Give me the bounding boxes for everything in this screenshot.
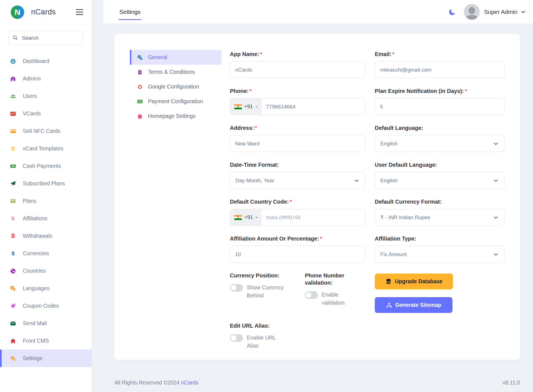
cash-payments-icon — [10, 163, 16, 169]
country-code-input[interactable] — [262, 209, 365, 226]
homepage-icon — [137, 113, 143, 119]
user-default-language-select[interactable]: English — [375, 172, 504, 189]
google-icon: G — [137, 84, 143, 90]
india-flag-icon — [234, 215, 242, 220]
email-input[interactable] — [375, 61, 504, 78]
admins-icon — [10, 76, 16, 82]
sidebar-item-vcards[interactable]: VCards — [0, 105, 92, 122]
phone-validation-toggle[interactable] — [305, 291, 318, 299]
app-name-field: App Name:* — [230, 50, 365, 78]
chevron-down-icon — [354, 178, 360, 184]
user-name[interactable]: Super Admin — [484, 9, 517, 15]
plan-expire-field: Plan Expire Notification (in Days):* — [375, 87, 504, 115]
phone-country-selector[interactable]: +91 — [230, 98, 262, 115]
chevron-down-icon[interactable] — [520, 9, 526, 15]
search-input[interactable] — [8, 31, 83, 45]
settings-card: General Terms & Conditions G Google Conf… — [114, 34, 520, 360]
menu-toggle-icon[interactable] — [76, 9, 83, 15]
default-currency-format-field: Default Currency Format: ₹ - INR Indian … — [375, 198, 504, 226]
settings-nav-payment[interactable]: 1 Payment Configuration — [130, 94, 222, 109]
sitemap-icon — [386, 302, 392, 308]
subscribed-plans-icon — [10, 181, 16, 187]
chevron-down-icon — [493, 141, 499, 147]
sidebar-item-plans[interactable]: Plans — [0, 192, 92, 210]
sidebar-item-withdrawals[interactable]: Withdrawals — [0, 227, 92, 245]
moon-icon[interactable] — [448, 8, 457, 16]
currency-position-group: Currency Position: Show Currency Behind — [230, 272, 290, 313]
vcards-icon — [10, 111, 16, 117]
tab-settings[interactable]: Settings — [119, 9, 140, 15]
sidebar-item-settings[interactable]: Settings — [0, 350, 92, 367]
affiliation-amount-field: Affiliation Amount Or Percentage:* — [230, 235, 365, 263]
plan-expire-input[interactable] — [375, 98, 504, 115]
sidebar-item-vcard-templates[interactable]: vCard Templates — [0, 140, 92, 157]
sidebar-item-dashboard[interactable]: Dashboard — [0, 52, 92, 70]
affiliation-type-field: Affiliation Type: Fix Amount — [375, 235, 504, 263]
sidebar-item-admins[interactable]: Admins — [0, 70, 92, 87]
affiliation-type-select[interactable]: Fix Amount — [375, 246, 504, 263]
datetime-format-select[interactable]: Day Month, Year — [230, 172, 365, 189]
svg-text:N: N — [15, 7, 21, 16]
chevron-down-icon — [493, 214, 499, 221]
languages-icon: A — [10, 285, 16, 292]
default-language-select[interactable]: English — [375, 135, 504, 152]
settings-nav-general[interactable]: General — [130, 50, 222, 65]
topbar: Settings Super Admin — [103, 0, 533, 24]
content: General Terms & Conditions G Google Conf… — [103, 24, 533, 360]
sidebar-item-languages[interactable]: A Languages — [0, 280, 92, 297]
topbar-right: Super Admin — [448, 4, 526, 20]
generate-sitemap-button[interactable]: Generate Sitemap — [375, 297, 452, 313]
edit-url-alias-group: Edit URL Alias: Enable URL Alias — [230, 322, 365, 350]
avatar[interactable] — [464, 4, 480, 20]
front-cms-icon — [10, 338, 16, 344]
payment-icon: 1 — [137, 98, 143, 105]
phone-input[interactable] — [262, 98, 365, 115]
sidebar-item-countries[interactable]: Countries — [0, 262, 92, 280]
default-country-code-field: Default Country Code:* +91 — [230, 198, 365, 226]
sidebar-item-cash-payments[interactable]: Cash Payments — [0, 157, 92, 175]
spacer — [375, 322, 504, 350]
settings-nav-homepage[interactable]: Homepage Settings — [130, 109, 222, 123]
sidebar-item-currencies[interactable]: $ Currencies — [0, 245, 92, 262]
currency-position-toggle[interactable] — [230, 284, 243, 292]
search-icon — [12, 35, 18, 41]
ncards-logo-icon[interactable]: N — [9, 4, 26, 20]
sidebar-item-send-mail[interactable]: Send Mail — [0, 315, 92, 332]
edit-url-alias-toggle[interactable] — [230, 334, 243, 342]
settings-nav-terms[interactable]: Terms & Conditions — [130, 65, 222, 79]
app-root: N nCards Dashboard Admins Users — [0, 0, 533, 392]
dashboard-icon — [10, 58, 16, 64]
sidebar-item-users[interactable]: Users — [0, 87, 92, 105]
database-icon — [385, 278, 392, 285]
affiliation-amount-input[interactable] — [230, 246, 365, 263]
user-default-language-field: User Default Language: English — [375, 161, 504, 189]
version-label: v8.11.0 — [502, 380, 520, 386]
default-currency-format-select[interactable]: ₹ - INR Indian Rupee — [375, 209, 504, 226]
chevron-down-icon — [493, 251, 499, 257]
sidebar-item-affiliations[interactable]: Affiliations — [0, 210, 92, 227]
settings-nav-google[interactable]: G Google Configuration — [130, 79, 222, 94]
footer-brand-link[interactable]: nCards — [181, 380, 198, 386]
sidebar-item-sell-nfc-cards[interactable]: Sell NFC Cards — [0, 122, 92, 140]
sidebar-menu: Dashboard Admins Users VCards Sell NFC C… — [0, 51, 92, 368]
app-name-input[interactable] — [230, 61, 365, 78]
settings-nav: General Terms & Conditions G Google Conf… — [130, 50, 222, 360]
dropdown-caret-icon — [255, 217, 258, 219]
phone-field: Phone:* +91 — [230, 87, 365, 115]
datetime-format-field: Date-Time Format: Day Month, Year — [230, 161, 365, 189]
svg-text:$: $ — [12, 251, 15, 256]
upgrade-database-button[interactable]: Upgrade Database — [375, 274, 453, 289]
address-field: Address:* — [230, 124, 365, 152]
sidebar-item-coupon-codes[interactable]: Coupon Codes — [0, 297, 92, 315]
sidebar-item-subscribed-plans[interactable]: Subscribed Plans — [0, 175, 92, 192]
sidebar-item-front-cms[interactable]: Front CMS — [0, 332, 92, 350]
main-area: Settings Super Admin Genera — [103, 0, 533, 392]
country-code-selector[interactable]: +91 — [230, 209, 262, 226]
address-input[interactable] — [230, 135, 365, 152]
toggles-row: Currency Position: Show Currency Behind … — [230, 272, 365, 313]
footer: All Rights Reserved ©2024 nCards v8.11.0 — [114, 373, 520, 386]
coupon-codes-icon — [10, 303, 16, 309]
svg-text:G: G — [138, 84, 142, 90]
general-settings-form: App Name:* Email:* Phone:* — [230, 50, 504, 360]
plans-icon — [10, 198, 16, 204]
